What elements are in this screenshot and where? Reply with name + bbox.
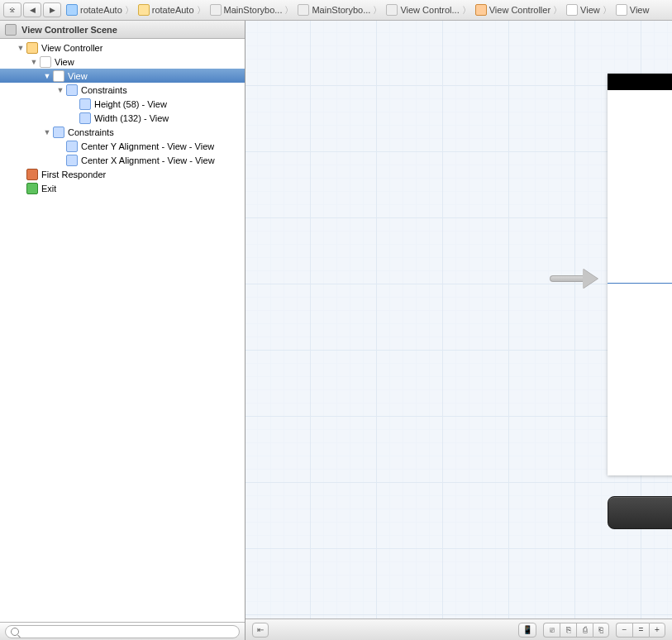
outline-row[interactable]: ▼View [0, 69, 245, 83]
breadcrumb-item[interactable]: View [563, 0, 602, 21]
breadcrumb-label: rotateAuto [80, 5, 122, 15]
row-icon [66, 84, 78, 96]
row-label: Center Y Alignment - View - View [81, 141, 214, 151]
canvas-toolbar: ⇤ 📱 ⎚ ⎘ ⎙ ⎗ − = + [245, 619, 672, 640]
row-icon [53, 70, 64, 82]
outline-row[interactable]: Height (58) - View [0, 97, 245, 111]
outline-title: View Controller Scene [21, 25, 117, 35]
row-label: View [55, 57, 74, 67]
row-icon [26, 169, 38, 180]
breadcrumb-item[interactable]: View Controller [472, 0, 552, 21]
breadcrumb-icon [210, 4, 222, 16]
status-bar [608, 74, 672, 90]
row-icon [53, 127, 64, 138]
row-icon [26, 42, 38, 54]
breadcrumb-separator: 〉 [284, 4, 294, 17]
outline-tree[interactable]: ▼View Controller▼View▼View▼ConstraintsHe… [0, 39, 245, 622]
row-label: Center X Alignment - View - View [81, 155, 215, 165]
search-icon [11, 628, 19, 636]
outline-row[interactable]: ▼Constraints [0, 125, 245, 139]
row-label: View [68, 71, 88, 81]
outline-footer [0, 622, 245, 640]
outline-row[interactable]: ▼View [0, 55, 245, 69]
breadcrumb-label: MainStorybo... [224, 5, 283, 15]
breadcrumb-separator: 〉 [196, 4, 207, 17]
row-label: View Controller [41, 43, 102, 53]
related-items-button[interactable]: ※ [3, 2, 21, 17]
scene-view-controller[interactable] [608, 74, 672, 475]
document-outline-panel: View Controller Scene ▼View Controller▼V… [0, 21, 245, 640]
row-label: Exit [41, 184, 56, 193]
outline-row[interactable]: First Responder [0, 167, 245, 181]
row-label: Constraints [81, 85, 127, 95]
breadcrumb-icon [138, 4, 150, 16]
nav-back-button[interactable]: ◀ [23, 2, 41, 17]
toggle-outline-button[interactable]: ⇤ [252, 623, 269, 638]
breadcrumb-separator: 〉 [372, 4, 383, 17]
resize-button[interactable]: ⎗ [593, 623, 609, 638]
disclosure-triangle-icon[interactable]: ▼ [17, 44, 25, 52]
storyboard-canvas[interactable]: ↪ [245, 21, 672, 619]
root-view[interactable] [608, 90, 672, 475]
breadcrumb-label: View [630, 5, 650, 15]
row-icon [79, 112, 91, 124]
scene-dock: ↪ [608, 496, 672, 529]
scene-icon [5, 24, 17, 36]
breadcrumb-label: View [580, 5, 600, 15]
canvas-area: ↪ ⇤ 📱 ⎚ ⎘ ⎙ ⎗ − = + [245, 21, 672, 640]
zoom-in-button[interactable]: + [649, 623, 665, 638]
resolve-button[interactable]: ⎙ [576, 623, 593, 638]
row-label: First Responder [41, 170, 106, 179]
guide-center-y [608, 283, 672, 284]
outline-row[interactable]: Exit [0, 181, 245, 195]
row-icon [79, 98, 91, 110]
row-icon [66, 155, 78, 166]
outline-row[interactable]: Width (132) - View [0, 111, 245, 125]
breadcrumb-item[interactable]: MainStorybo... [294, 0, 372, 21]
device-config-button[interactable]: 📱 [518, 623, 536, 638]
breadcrumb-icon [386, 4, 398, 16]
breadcrumb-item[interactable]: rotateAuto [63, 0, 124, 21]
outline-row[interactable]: ▼View Controller [0, 41, 245, 55]
breadcrumb-icon [475, 4, 487, 16]
align-button[interactable]: ⎚ [543, 623, 560, 638]
breadcrumb-item[interactable]: View [612, 0, 651, 21]
breadcrumb-separator: 〉 [124, 4, 135, 17]
breadcrumb-item[interactable]: MainStorybo... [207, 0, 284, 21]
row-icon [66, 141, 78, 152]
zoom-button-group: − = + [616, 623, 665, 638]
row-icon [40, 56, 51, 68]
breadcrumb-item[interactable]: rotateAuto [135, 0, 196, 21]
initial-scene-arrow-icon [550, 267, 599, 290]
breadcrumb-label: View Control... [400, 5, 459, 15]
breadcrumb-icon [66, 4, 78, 16]
pin-button[interactable]: ⎘ [560, 623, 576, 638]
row-icon [26, 183, 38, 194]
outline-row[interactable]: ▼Constraints [0, 83, 245, 97]
jump-bar: ※ ◀ ▶ rotateAuto〉rotateAuto〉MainStorybo.… [0, 0, 672, 21]
row-label: Width (132) - View [94, 113, 169, 123]
nav-forward-button[interactable]: ▶ [43, 2, 61, 17]
breadcrumb-item[interactable]: View Control... [383, 0, 460, 21]
outline-row[interactable]: Center X Alignment - View - View [0, 153, 245, 167]
breadcrumb-separator: 〉 [602, 4, 612, 17]
breadcrumb-icon [566, 4, 578, 16]
disclosure-triangle-icon[interactable]: ▼ [43, 128, 51, 136]
breadcrumb-label: rotateAuto [152, 5, 194, 15]
disclosure-triangle-icon[interactable]: ▼ [43, 72, 51, 80]
row-label: Constraints [68, 127, 114, 137]
disclosure-triangle-icon[interactable]: ▼ [56, 86, 64, 94]
breadcrumb-icon [616, 4, 627, 16]
breadcrumb-label: MainStorybo... [312, 5, 370, 15]
zoom-actual-button[interactable]: = [632, 623, 649, 638]
outline-row[interactable]: Center Y Alignment - View - View [0, 139, 245, 153]
breadcrumb-separator: 〉 [461, 4, 472, 17]
breadcrumb-separator: 〉 [552, 4, 563, 17]
breadcrumb-label: View Controller [489, 5, 550, 15]
outline-filter-input[interactable] [5, 625, 240, 638]
disclosure-triangle-icon[interactable]: ▼ [30, 58, 38, 66]
outline-header: View Controller Scene [0, 21, 245, 39]
autolayout-button-group: ⎚ ⎘ ⎙ ⎗ [543, 623, 609, 638]
row-label: Height (58) - View [94, 99, 167, 109]
zoom-out-button[interactable]: − [616, 623, 632, 638]
